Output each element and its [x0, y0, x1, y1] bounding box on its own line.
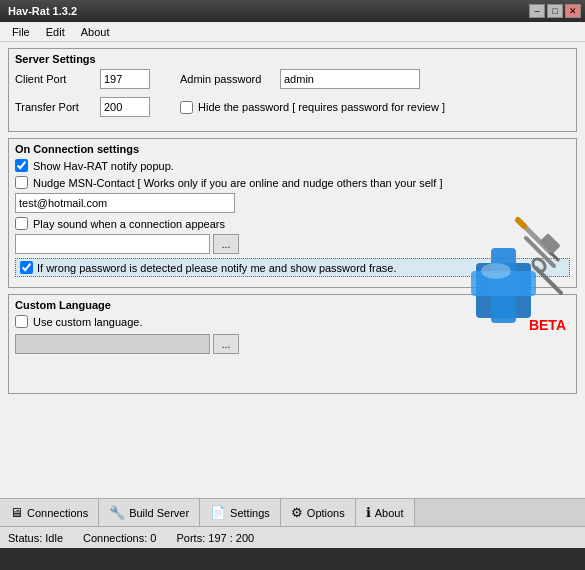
- minimize-button[interactable]: –: [529, 4, 545, 18]
- connections-label: Connections:: [83, 532, 147, 544]
- connections-label-text: Connections: 0: [83, 532, 156, 544]
- ports-label-text: Ports: 197 : 200: [176, 532, 254, 544]
- settings-icon: 📄: [210, 505, 226, 520]
- status-label-text: Status: Idle: [8, 532, 63, 544]
- title-bar: Hav-Rat 1.3.2 – □ ✕: [0, 0, 585, 22]
- client-port-label: Client Port: [15, 73, 100, 85]
- notify-popup-row: Show Hav-RAT notify popup.: [15, 159, 570, 172]
- port-password-row: Client Port Admin password: [15, 69, 570, 93]
- tools-image: [466, 213, 566, 333]
- status-value: Idle: [45, 532, 63, 544]
- menu-bar: File Edit About: [0, 22, 585, 42]
- wrong-password-label: If wrong password is detected please not…: [37, 262, 397, 274]
- menu-file[interactable]: File: [4, 24, 38, 40]
- menu-edit[interactable]: Edit: [38, 24, 73, 40]
- email-row: [15, 193, 570, 213]
- close-button[interactable]: ✕: [565, 4, 581, 18]
- build-server-icon: 🔧: [109, 505, 125, 520]
- maximize-button[interactable]: □: [547, 4, 563, 18]
- sound-file-input[interactable]: [15, 234, 210, 254]
- admin-password-label: Admin password: [180, 73, 280, 85]
- wrong-password-checkbox[interactable]: [20, 261, 33, 274]
- svg-point-3: [481, 263, 511, 279]
- status-label: Status:: [8, 532, 42, 544]
- status-bar: Status: Idle Connections: 0 Ports: 197 :…: [0, 526, 585, 548]
- about-icon: ℹ: [366, 505, 371, 520]
- admin-password-input[interactable]: [280, 69, 420, 89]
- admin-password-row: Admin password: [180, 69, 420, 89]
- svg-line-6: [551, 253, 558, 260]
- transfer-port-label: Transfer Port: [15, 101, 100, 113]
- sound-browse-button[interactable]: ...: [213, 234, 239, 254]
- main-content: Server Settings Client Port Admin passwo…: [0, 42, 585, 498]
- tab-options[interactable]: ⚙ Options: [281, 499, 356, 526]
- svg-line-5: [518, 220, 524, 226]
- title-text: Hav-Rat 1.3.2: [8, 5, 77, 17]
- client-port-input[interactable]: [100, 69, 150, 89]
- tab-options-label: Options: [307, 507, 345, 519]
- tab-build-server[interactable]: 🔧 Build Server: [99, 499, 200, 526]
- client-port-row: Client Port: [15, 69, 150, 89]
- connection-settings-label: On Connection settings: [15, 143, 570, 155]
- custom-lang-file-row: ...: [15, 334, 570, 354]
- nudge-msn-checkbox[interactable]: [15, 176, 28, 189]
- notify-popup-label: Show Hav-RAT notify popup.: [33, 160, 174, 172]
- hide-password-row: Hide the password [ requires password fo…: [180, 101, 445, 114]
- use-custom-label: Use custom language.: [33, 316, 142, 328]
- ports-label: Ports:: [176, 532, 205, 544]
- tab-bar: 🖥 Connections 🔧 Build Server 📄 Settings …: [0, 498, 585, 526]
- custom-language-group: Custom Language BETA Use custom language…: [8, 294, 577, 394]
- server-settings-group: Server Settings Client Port Admin passwo…: [8, 48, 577, 132]
- tab-about[interactable]: ℹ About: [356, 499, 415, 526]
- connections-value: 0: [150, 532, 156, 544]
- nudge-msn-row: Nudge MSN-Contact [ Works only if you ar…: [15, 176, 570, 189]
- hide-password-label: Hide the password [ requires password fo…: [198, 101, 445, 113]
- tab-settings-label: Settings: [230, 507, 270, 519]
- tab-connections[interactable]: 🖥 Connections: [0, 499, 99, 526]
- email-input[interactable]: [15, 193, 235, 213]
- tab-build-server-label: Build Server: [129, 507, 189, 519]
- hide-password-checkbox[interactable]: [180, 101, 193, 114]
- notify-popup-checkbox[interactable]: [15, 159, 28, 172]
- play-sound-checkbox[interactable]: [15, 217, 28, 230]
- connections-icon: 🖥: [10, 505, 23, 520]
- server-settings-label: Server Settings: [15, 53, 570, 65]
- menu-about[interactable]: About: [73, 24, 118, 40]
- tab-connections-label: Connections: [27, 507, 88, 519]
- ports-value: 197 : 200: [208, 532, 254, 544]
- transfer-hide-row: Transfer Port Hide the password [ requir…: [15, 97, 570, 121]
- nudge-msn-label: Nudge MSN-Contact [ Works only if you ar…: [33, 177, 442, 189]
- custom-lang-browse-button[interactable]: ...: [213, 334, 239, 354]
- custom-lang-file-input[interactable]: [15, 334, 210, 354]
- use-custom-checkbox[interactable]: [15, 315, 28, 328]
- svg-rect-8: [540, 233, 561, 254]
- play-sound-label: Play sound when a connection appears: [33, 218, 225, 230]
- transfer-port-row: Transfer Port: [15, 97, 150, 117]
- tab-about-label: About: [375, 507, 404, 519]
- options-icon: ⚙: [291, 505, 303, 520]
- transfer-port-input[interactable]: [100, 97, 150, 117]
- tab-settings[interactable]: 📄 Settings: [200, 499, 281, 526]
- title-bar-controls: – □ ✕: [529, 4, 581, 18]
